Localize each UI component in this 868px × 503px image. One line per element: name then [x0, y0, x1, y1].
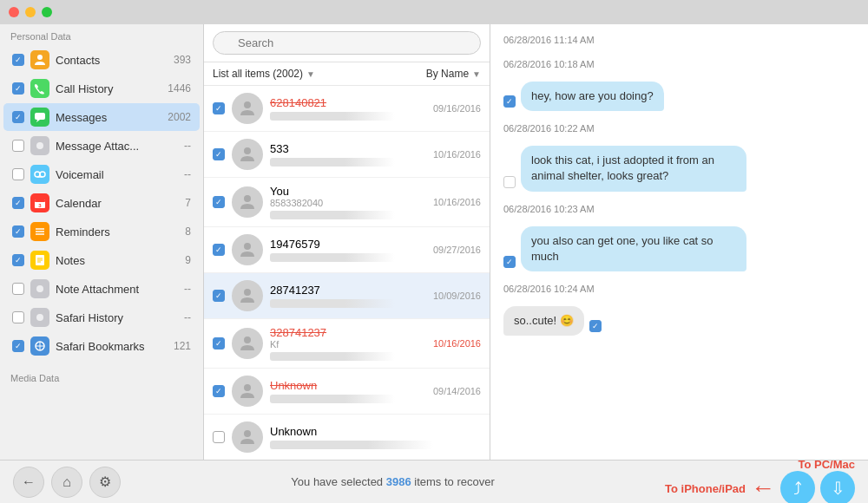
- msg-name-m3: You: [270, 185, 426, 198]
- to-iphone-label: To iPhone/iPad: [665, 482, 746, 495]
- chat-panel: 06/28/2016 11:14 AM06/28/2016 10:18 AMhe…: [490, 24, 868, 460]
- msg-avatar-m1: [232, 93, 263, 124]
- msg-checkbox-m4[interactable]: [213, 244, 225, 256]
- sidebar-checkbox-notes[interactable]: [12, 254, 24, 266]
- sidebar-count-safarihistory: --: [184, 311, 191, 323]
- minimize-btn[interactable]: [25, 7, 36, 17]
- sidebar-item-safarihistory[interactable]: Safari History--: [3, 304, 200, 331]
- chat-check-c4[interactable]: [503, 176, 516, 188]
- sidebar-label-notes: Notes: [56, 254, 179, 267]
- sidebar-item-notes[interactable]: Notes9: [3, 246, 200, 274]
- msg-preview-m2: [270, 158, 395, 167]
- sidebar-item-calendar[interactable]: 3Calendar7: [3, 189, 200, 217]
- sidebar-label-callhistory: Call History: [56, 82, 161, 95]
- sidebar-checkbox-contacts[interactable]: [12, 54, 24, 66]
- maximize-btn[interactable]: [42, 7, 52, 17]
- sidebar-checkbox-reminders[interactable]: [12, 225, 24, 238]
- sidebar-icon-reminders: [30, 222, 49, 241]
- back-button[interactable]: ←: [13, 467, 44, 498]
- sidebar-icon-voicemail: [30, 165, 49, 184]
- message-item-m5[interactable]: 2874123710/09/2016: [204, 273, 490, 319]
- sidebar-icon-contacts: [30, 50, 49, 69]
- chat-row-c8: so..cute! 😊: [503, 306, 855, 336]
- to-pc-label-text: To PC/Mac: [799, 458, 856, 471]
- svg-point-27: [244, 384, 251, 391]
- msg-preview-m5: [270, 299, 395, 308]
- msg-date-m3: 10/16/2016: [433, 197, 481, 207]
- sidebar-icon-messages: [30, 108, 49, 127]
- message-item-m7[interactable]: Unknown09/14/2016: [204, 369, 490, 415]
- svg-point-24: [244, 243, 251, 250]
- msg-avatar-m7: [232, 376, 263, 407]
- to-iphone-button[interactable]: ⤴: [780, 471, 815, 503]
- message-item-m6[interactable]: 328741237Kf10/16/2016: [204, 319, 490, 369]
- sidebar-item-msgattach[interactable]: Message Attac...--: [3, 132, 200, 160]
- sidebar-checkbox-noteattach[interactable]: [12, 283, 24, 295]
- msg-checkbox-m7[interactable]: [213, 385, 225, 397]
- sidebar-item-voicemail[interactable]: Voicemail--: [3, 160, 200, 188]
- msg-content-m3: You8583382040: [270, 185, 426, 219]
- chat-check-c2[interactable]: [503, 95, 516, 108]
- sidebar-checkbox-messages[interactable]: [12, 111, 24, 123]
- chat-row-c4: look this cat, i just adopted it from an…: [503, 146, 855, 191]
- status-text: You have selected: [291, 475, 385, 488]
- msg-checkbox-m3[interactable]: [213, 196, 225, 208]
- close-btn[interactable]: [9, 7, 19, 17]
- msg-date-m2: 10/16/2016: [433, 149, 481, 160]
- message-item-m8[interactable]: Unknown: [204, 415, 490, 460]
- msg-checkbox-m2[interactable]: [213, 148, 225, 160]
- sidebar-icon-callhistory: [30, 79, 49, 98]
- chat-check-c6[interactable]: [503, 256, 516, 268]
- sidebar-checkbox-safaribookmarks[interactable]: [12, 340, 24, 352]
- svg-point-23: [244, 195, 251, 202]
- sidebar-item-safaribookmarks[interactable]: Safari Bookmarks121: [3, 332, 200, 360]
- message-item-m4[interactable]: 1947657909/27/2016: [204, 227, 490, 273]
- chat-date-c5: 06/28/2016 10:23 AM: [503, 202, 855, 216]
- home-button[interactable]: ⌂: [51, 467, 82, 498]
- sidebar-checkbox-msgattach[interactable]: [12, 140, 24, 152]
- msg-name-m4: 19476579: [270, 238, 426, 251]
- sidebar-checkbox-voicemail[interactable]: [12, 168, 24, 180]
- svg-point-22: [244, 147, 251, 154]
- sidebar-item-reminders[interactable]: Reminders8: [3, 218, 200, 245]
- sidebar-checkbox-calendar[interactable]: [12, 197, 24, 209]
- search-bar: 🔍: [204, 24, 490, 62]
- sidebar-checkbox-callhistory[interactable]: [12, 82, 24, 95]
- sidebar-item-callhistory[interactable]: Call History1446: [3, 75, 200, 102]
- message-item-m1[interactable]: 62814082109/16/2016: [204, 86, 490, 132]
- sidebar-item-noteattach[interactable]: Note Attachment--: [3, 275, 200, 303]
- msg-date-m1: 09/16/2016: [433, 103, 481, 114]
- settings-button[interactable]: ⚙: [89, 467, 121, 498]
- sort-dropdown-arrow[interactable]: ▼: [472, 69, 481, 79]
- sidebar-checkbox-safarihistory[interactable]: [12, 311, 24, 323]
- msg-preview-m7: [270, 395, 395, 403]
- svg-point-2: [36, 142, 43, 149]
- sidebar-count-voicemail: --: [184, 168, 191, 180]
- message-item-m3[interactable]: You858338204010/16/2016: [204, 178, 490, 227]
- list-dropdown-arrow[interactable]: ▼: [306, 69, 315, 79]
- sidebar-icon-msgattach: [30, 136, 49, 155]
- sidebar-item-messages[interactable]: Messages2002: [3, 103, 200, 131]
- svg-point-17: [36, 314, 43, 321]
- chat-row-c2: hey, how are you doing?: [503, 82, 855, 111]
- search-input[interactable]: [213, 31, 481, 55]
- selected-count: 3986: [386, 475, 411, 488]
- msg-checkbox-m1[interactable]: [213, 102, 225, 114]
- sidebar-count-safaribookmarks: 121: [174, 340, 191, 352]
- msg-checkbox-m6[interactable]: [213, 337, 225, 349]
- chat-check-c8[interactable]: [589, 320, 602, 332]
- sidebar-label-voicemail: Voicemail: [56, 168, 178, 181]
- msg-checkbox-m5[interactable]: [213, 290, 225, 302]
- to-pc-button[interactable]: ⇩: [820, 471, 855, 503]
- message-item-m2[interactable]: 53310/16/2016: [204, 132, 490, 178]
- svg-rect-7: [35, 199, 45, 202]
- sidebar-count-msgattach: --: [184, 140, 191, 152]
- personal-data-label: Personal Data: [0, 24, 203, 45]
- sidebar-label-safarihistory: Safari History: [56, 311, 178, 324]
- sidebar-label-calendar: Calendar: [56, 197, 179, 210]
- bottom-bar: ← ⌂ ⚙ You have selected 3986 items to re…: [0, 460, 868, 503]
- sidebar: Personal Data Contacts393Call History144…: [0, 24, 204, 460]
- msg-checkbox-m8[interactable]: [213, 431, 225, 443]
- svg-point-28: [244, 430, 251, 437]
- sidebar-item-contacts[interactable]: Contacts393: [3, 46, 200, 74]
